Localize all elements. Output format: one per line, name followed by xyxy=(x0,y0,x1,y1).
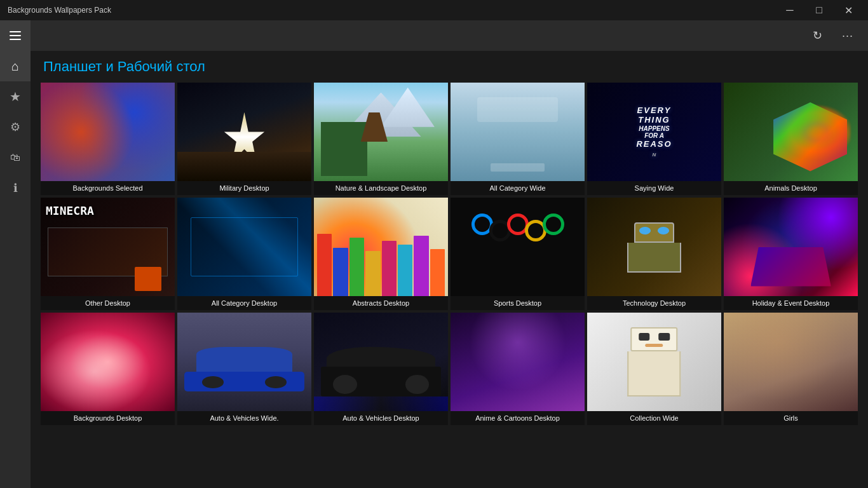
grid-item-allcat-desktop[interactable]: All Category Desktop xyxy=(177,198,311,310)
grid-item-saying[interactable]: EVERY THING HAPPENS FOR A REASO N Saying… xyxy=(587,83,721,195)
grid-item-collection[interactable]: Collection Wide xyxy=(587,313,721,425)
grid-item-other[interactable]: MINECRA Other Desktop xyxy=(41,198,175,310)
grid-item-animals[interactable]: Animals Desktop xyxy=(724,83,858,195)
grid-label: Girls xyxy=(724,411,858,425)
grid-item-abstracts[interactable]: Abstracts Desktop xyxy=(314,198,448,310)
grid-item-nature[interactable]: Nature & Landscape Desktop xyxy=(314,83,448,195)
grid-label: Technology Desktop xyxy=(587,296,721,310)
grid-label: Nature & Landscape Desktop xyxy=(314,181,448,195)
grid-label: Saying Wide xyxy=(587,181,721,195)
grid-label: Holiday & Event Desktop xyxy=(724,296,858,310)
app-title: Backgrounds Wallpapers Pack xyxy=(5,6,111,15)
maximize-button[interactable]: □ xyxy=(804,0,834,20)
grid-item-auto-wide[interactable]: Auto & Vehicles Wide. xyxy=(177,313,311,425)
grid-label: All Category Desktop xyxy=(177,296,311,310)
hamburger-menu[interactable] xyxy=(0,20,31,51)
grid-label: Backgrounds Selected xyxy=(41,181,175,195)
grid-item-auto-desktop[interactable]: Auto & Vehicles Desktop xyxy=(314,313,448,425)
hamburger-icon xyxy=(10,31,21,40)
grid-item-backgrounds-selected[interactable]: Backgrounds Selected xyxy=(41,83,175,195)
grid-label: Backgrounds Desktop xyxy=(41,411,175,425)
grid-item-backgrounds-desktop[interactable]: Backgrounds Desktop xyxy=(41,313,175,425)
grid-label: All Category Wide xyxy=(451,181,585,195)
more-button[interactable]: ··· xyxy=(835,23,860,48)
app-shell: ⌂ ★ ⚙ 🛍 ℹ ↻ ··· Планшет и Рабочий стол B… xyxy=(0,20,868,488)
close-button[interactable]: ✕ xyxy=(834,0,863,20)
page-title: Планшет и Рабочий стол xyxy=(41,58,858,75)
grid-label: Animals Desktop xyxy=(724,181,858,195)
sidebar-item-info[interactable]: ℹ xyxy=(0,173,31,203)
grid-label: Anime & Cartoons Desktop xyxy=(451,411,585,425)
main-area: ↻ ··· Планшет и Рабочий стол Backgrounds… xyxy=(31,20,868,488)
grid-label: Other Desktop xyxy=(41,296,175,310)
grid-item-anime[interactable]: Anime & Cartoons Desktop xyxy=(451,313,585,425)
grid-label: Sports Desktop xyxy=(451,296,585,310)
window-controls: ─ □ ✕ xyxy=(775,0,863,20)
grid-label: Auto & Vehicles Desktop xyxy=(314,411,448,425)
grid-label: Abstracts Desktop xyxy=(314,296,448,310)
grid-item-military[interactable]: Military Desktop xyxy=(177,83,311,195)
wallpaper-grid: Backgrounds Selected Military Desktop xyxy=(41,83,858,425)
sidebar-item-favorites[interactable]: ★ xyxy=(0,81,31,112)
grid-label: Auto & Vehicles Wide. xyxy=(177,411,311,425)
refresh-button[interactable]: ↻ xyxy=(804,23,830,48)
grid-item-girls[interactable]: Girls xyxy=(724,313,858,425)
grid-item-allcat-wide[interactable]: All Category Wide xyxy=(451,83,585,195)
minimize-button[interactable]: ─ xyxy=(775,0,804,20)
grid-item-technology[interactable]: Technology Desktop xyxy=(587,198,721,310)
title-bar: Backgrounds Wallpapers Pack ─ □ ✕ xyxy=(0,0,868,20)
grid-label: Military Desktop xyxy=(177,181,311,195)
toolbar: ↻ ··· xyxy=(31,20,868,51)
sidebar-item-store[interactable]: 🛍 xyxy=(0,142,31,173)
grid-item-holiday[interactable]: Holiday & Event Desktop xyxy=(724,198,858,310)
sidebar: ⌂ ★ ⚙ 🛍 ℹ xyxy=(0,20,31,488)
sidebar-item-settings[interactable]: ⚙ xyxy=(0,112,31,142)
grid-label: Collection Wide xyxy=(587,411,721,425)
content-area: Планшет и Рабочий стол Backgrounds Selec… xyxy=(31,51,868,488)
grid-item-sports[interactable]: Sports Desktop xyxy=(451,198,585,310)
sidebar-item-home[interactable]: ⌂ xyxy=(0,51,31,81)
